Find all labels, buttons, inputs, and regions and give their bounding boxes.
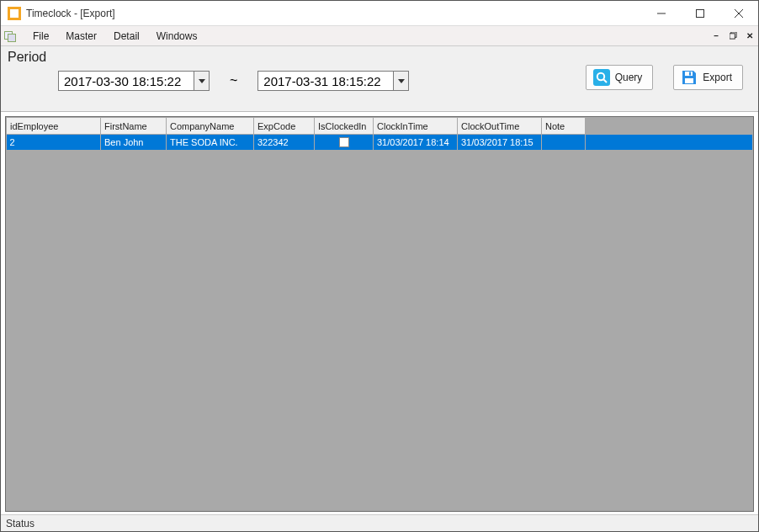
svg-rect-10 xyxy=(685,78,693,83)
svg-rect-9 xyxy=(685,72,693,76)
cell-companyname[interactable]: THE SODA INC. xyxy=(167,135,254,150)
app-icon xyxy=(8,7,21,20)
query-button[interactable]: Query xyxy=(586,65,654,90)
table-row[interactable]: 2 Ben John THE SODA INC. 322342 31/03/20… xyxy=(7,135,753,150)
cell-expcode[interactable]: 322342 xyxy=(254,135,315,150)
child-restore-button[interactable] xyxy=(726,29,740,43)
menubar: File Master Detail Windows – ✕ xyxy=(1,26,758,46)
close-button[interactable] xyxy=(719,1,758,26)
col-idemployee[interactable]: idEmployee xyxy=(7,118,101,135)
cell-clockouttime[interactable]: 31/03/2017 18:15 xyxy=(458,135,542,150)
period-from-dropdown-button[interactable] xyxy=(194,72,209,90)
mdi-form-icon xyxy=(4,29,18,43)
status-text: Status xyxy=(6,518,34,529)
col-note[interactable]: Note xyxy=(542,118,586,135)
period-from-combo[interactable] xyxy=(58,71,210,91)
cell-clockintime[interactable]: 31/03/2017 18:14 xyxy=(374,135,458,150)
action-buttons: Query Export xyxy=(586,65,743,90)
query-button-label: Query xyxy=(615,72,643,83)
cell-isclockedin[interactable] xyxy=(315,135,374,150)
menu-file[interactable]: File xyxy=(24,26,57,45)
col-clockintime[interactable]: ClockInTime xyxy=(374,118,458,135)
svg-rect-11 xyxy=(689,72,691,76)
search-icon xyxy=(593,69,610,86)
period-to-input[interactable] xyxy=(258,72,393,90)
col-expcode[interactable]: ExpCode xyxy=(254,118,315,135)
menu-detail[interactable]: Detail xyxy=(105,26,148,45)
col-clockouttime[interactable]: ClockOutTime xyxy=(458,118,542,135)
col-firstname[interactable]: FirstName xyxy=(101,118,167,135)
menu-master[interactable]: Master xyxy=(57,26,105,45)
maximize-button[interactable] xyxy=(681,1,719,26)
child-close-button[interactable]: ✕ xyxy=(743,29,756,43)
menu-windows[interactable]: Windows xyxy=(148,26,206,45)
child-minimize-button[interactable]: – xyxy=(709,29,723,43)
statusbar: Status xyxy=(1,514,758,531)
grid-header-row: idEmployee FirstName CompanyName ExpCode… xyxy=(7,118,753,135)
period-label: Period xyxy=(8,50,751,65)
minimize-button[interactable] xyxy=(642,1,681,26)
cell-idemployee[interactable]: 2 xyxy=(7,135,101,150)
window-title: Timeclock - [Export] xyxy=(26,8,115,19)
period-to-dropdown-button[interactable] xyxy=(393,72,408,90)
cell-firstname[interactable]: Ben John xyxy=(101,135,167,150)
period-panel: Period ~ Query xyxy=(1,46,758,112)
save-icon xyxy=(681,69,698,86)
svg-rect-1 xyxy=(697,9,704,17)
col-companyname[interactable]: CompanyName xyxy=(167,118,254,135)
svg-rect-6 xyxy=(593,69,610,86)
export-button[interactable]: Export xyxy=(673,65,743,90)
export-button-label: Export xyxy=(703,72,732,83)
grid-row-filler xyxy=(586,135,753,150)
period-from-input[interactable] xyxy=(59,72,194,90)
period-separator: ~ xyxy=(230,73,237,88)
col-isclockedin[interactable]: IsClockedIn xyxy=(315,118,374,135)
titlebar: Timeclock - [Export] xyxy=(1,1,758,26)
cell-note[interactable] xyxy=(542,135,586,150)
data-grid[interactable]: idEmployee FirstName CompanyName ExpCode… xyxy=(5,116,754,512)
grid-header-filler xyxy=(586,118,753,135)
period-to-combo[interactable] xyxy=(257,71,409,91)
isclockedin-checkbox[interactable] xyxy=(339,137,349,147)
svg-rect-5 xyxy=(730,34,735,39)
